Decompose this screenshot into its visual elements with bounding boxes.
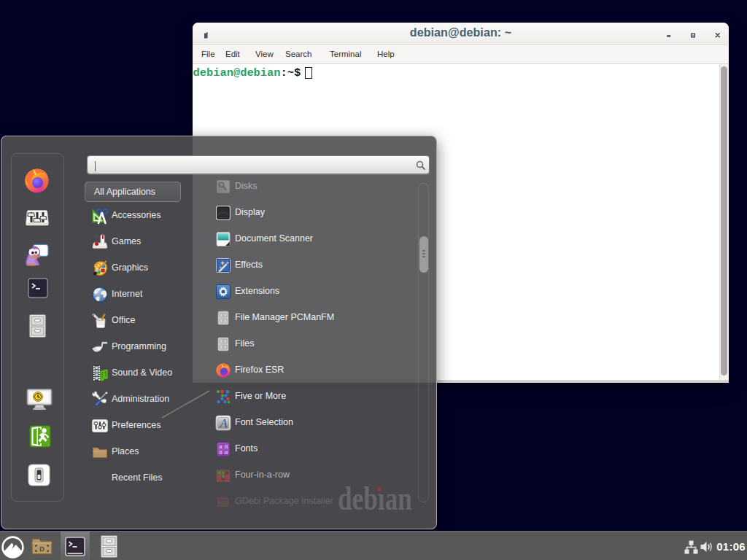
svg-text:D: D: [39, 545, 44, 553]
svg-text:A: A: [219, 416, 228, 430]
svg-text:a: a: [219, 448, 222, 456]
svg-text:a: a: [225, 448, 228, 456]
